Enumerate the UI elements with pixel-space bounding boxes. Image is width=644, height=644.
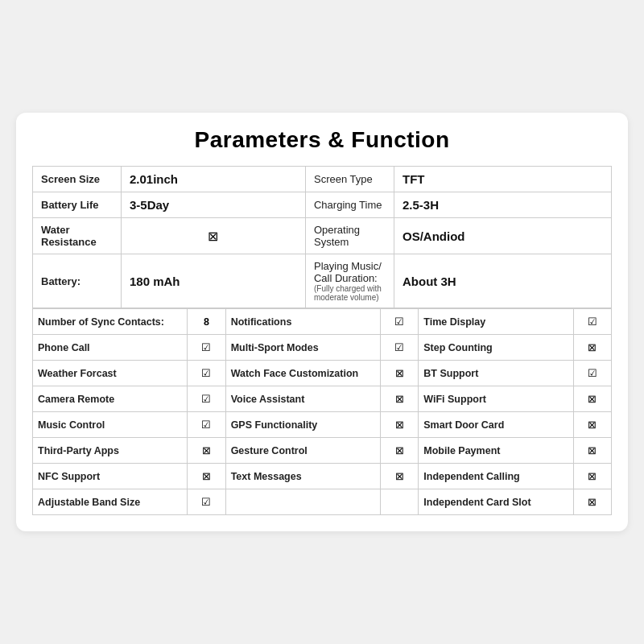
- feat-label-7-2: Independent Card Slot: [419, 489, 573, 515]
- spec-label-3-right: Playing Music/ Call Duration:(Fully char…: [305, 254, 394, 308]
- feat-check-4-0: ☑: [188, 412, 225, 438]
- feat-check-5-1: ⊠: [380, 438, 418, 464]
- feat-label-6-2: Independent Calling: [419, 464, 573, 489]
- feat-check-1-0: ☑: [188, 335, 225, 361]
- feat-label-0-1: Notifications: [225, 309, 380, 335]
- feat-check-4-2: ⊠: [573, 412, 611, 438]
- page-title: Parameters & Function: [32, 127, 612, 153]
- feat-check-4-1: ⊠: [380, 412, 418, 438]
- feat-check-3-2: ⊠: [573, 386, 611, 412]
- feat-check-0-0: 8: [188, 309, 225, 335]
- spec-value-3-right: About 3H: [394, 254, 611, 308]
- feat-label-3-0: Camera Remote: [33, 386, 188, 412]
- spec-label-3-left: Battery:: [33, 254, 122, 308]
- feat-label-1-1: Multi-Sport Modes: [225, 335, 380, 361]
- feat-check-5-2: ⊠: [573, 438, 611, 464]
- feat-check-7-1: [380, 489, 418, 515]
- feat-label-2-2: BT Support: [419, 361, 573, 386]
- feat-label-3-2: WiFi Support: [419, 386, 573, 412]
- specs-table: Screen Size2.01inchScreen TypeTFTBattery…: [32, 166, 612, 308]
- spec-value-3-left: 180 mAh: [122, 254, 306, 308]
- feat-label-5-0: Third-Party Apps: [33, 438, 188, 464]
- feat-check-6-0: ⊠: [188, 464, 225, 489]
- feat-check-7-2: ⊠: [573, 489, 611, 515]
- spec-value-2-left: ⊠: [122, 218, 306, 254]
- feat-label-1-0: Phone Call: [33, 335, 188, 361]
- spec-label-2-left: Water Resistance: [33, 218, 122, 254]
- feat-check-6-2: ⊠: [573, 464, 611, 489]
- feat-label-4-0: Music Control: [33, 412, 188, 438]
- feat-label-6-0: NFC Support: [33, 464, 188, 489]
- spec-value-1-right: 2.5-3H: [394, 192, 611, 218]
- feat-check-5-0: ⊠: [188, 438, 225, 464]
- feat-check-0-2: ☑: [573, 309, 611, 335]
- feat-label-4-1: GPS Functionality: [225, 412, 380, 438]
- feat-label-5-1: Gesture Control: [225, 438, 380, 464]
- feat-label-7-1: [225, 489, 380, 515]
- spec-label-1-right: Charging Time: [305, 192, 394, 218]
- spec-value-0-left: 2.01inch: [122, 167, 306, 192]
- feat-label-0-0: Number of Sync Contacts:: [33, 309, 188, 335]
- spec-label-0-left: Screen Size: [33, 167, 122, 192]
- feat-check-2-2: ☑: [573, 361, 611, 386]
- feat-label-6-1: Text Messages: [225, 464, 380, 489]
- spec-value-0-right: TFT: [394, 167, 611, 192]
- feat-check-7-0: ☑: [188, 489, 225, 515]
- feat-check-1-2: ⊠: [573, 335, 611, 361]
- spec-label-2-right: Operating System: [305, 218, 394, 254]
- spec-value-1-left: 3-5Day: [122, 192, 306, 218]
- feat-label-7-0: Adjustable Band Size: [33, 489, 188, 515]
- feat-label-0-2: Time Display: [419, 309, 573, 335]
- feat-label-2-0: Weather Forcast: [33, 361, 188, 386]
- feat-check-3-1: ⊠: [380, 386, 418, 412]
- feat-label-5-2: Mobile Payment: [419, 438, 573, 464]
- feat-check-1-1: ☑: [380, 335, 418, 361]
- feat-label-3-1: Voice Assistant: [225, 386, 380, 412]
- feat-check-3-0: ☑: [188, 386, 225, 412]
- feat-check-2-1: ⊠: [380, 361, 418, 386]
- feat-check-0-1: ☑: [380, 309, 418, 335]
- card: Parameters & Function Screen Size2.01inc…: [16, 113, 628, 531]
- spec-value-2-right: OS/Andiod: [394, 218, 611, 254]
- feat-label-2-1: Watch Face Customization: [225, 361, 380, 386]
- spec-label-1-left: Battery Life: [33, 192, 122, 218]
- feat-check-2-0: ☑: [188, 361, 225, 386]
- feat-label-4-2: Smart Door Card: [419, 412, 573, 438]
- feat-label-1-2: Step Counting: [419, 335, 573, 361]
- features-table: Number of Sync Contacts:8Notifications☑T…: [32, 308, 612, 515]
- feat-check-6-1: ⊠: [380, 464, 418, 489]
- spec-label-0-right: Screen Type: [305, 167, 394, 192]
